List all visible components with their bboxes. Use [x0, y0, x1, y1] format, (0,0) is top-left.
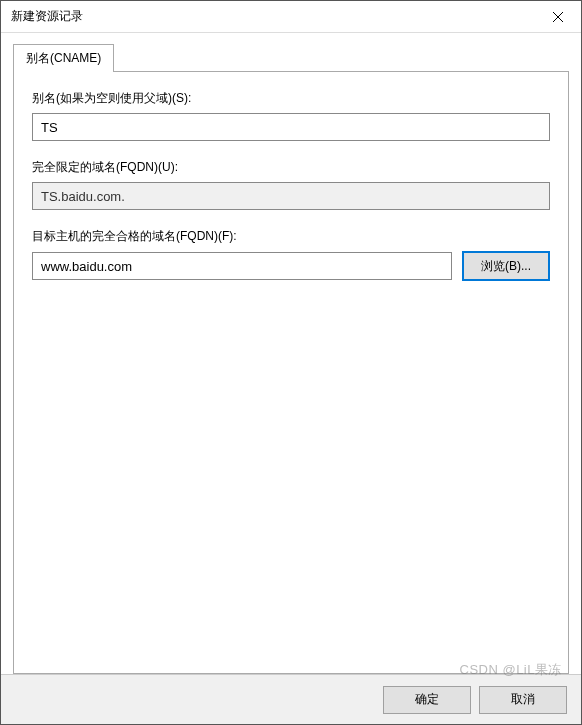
window-title: 新建资源记录 [11, 8, 83, 25]
target-field-group: 目标主机的完全合格的域名(FQDN)(F): 浏览(B)... [32, 228, 550, 281]
fqdn-input [32, 182, 550, 210]
alias-label: 别名(如果为空则使用父域)(S): [32, 90, 550, 107]
ok-button[interactable]: 确定 [383, 686, 471, 714]
tab-cname[interactable]: 别名(CNAME) [13, 44, 114, 72]
target-label: 目标主机的完全合格的域名(FQDN)(F): [32, 228, 550, 245]
fqdn-field-group: 完全限定的域名(FQDN)(U): [32, 159, 550, 210]
button-bar: 确定 取消 [1, 674, 581, 724]
close-button[interactable] [535, 1, 581, 33]
alias-field-group: 别名(如果为空则使用父域)(S): [32, 90, 550, 141]
alias-input[interactable] [32, 113, 550, 141]
titlebar: 新建资源记录 [1, 1, 581, 33]
content-area: 别名(CNAME) 别名(如果为空则使用父域)(S): 完全限定的域名(FQDN… [1, 33, 581, 674]
dialog-window: 新建资源记录 别名(CNAME) 别名(如果为空则使用父域)(S): 完全限定的… [0, 0, 582, 725]
browse-button[interactable]: 浏览(B)... [462, 251, 550, 281]
target-input-row: 浏览(B)... [32, 251, 550, 281]
target-input[interactable] [32, 252, 452, 280]
tab-body: 别名(如果为空则使用父域)(S): 完全限定的域名(FQDN)(U): 目标主机… [13, 71, 569, 674]
tab-container: 别名(CNAME) 别名(如果为空则使用父域)(S): 完全限定的域名(FQDN… [13, 43, 569, 674]
cancel-button[interactable]: 取消 [479, 686, 567, 714]
fqdn-label: 完全限定的域名(FQDN)(U): [32, 159, 550, 176]
close-icon [553, 12, 563, 22]
tab-header: 别名(CNAME) [13, 43, 569, 71]
